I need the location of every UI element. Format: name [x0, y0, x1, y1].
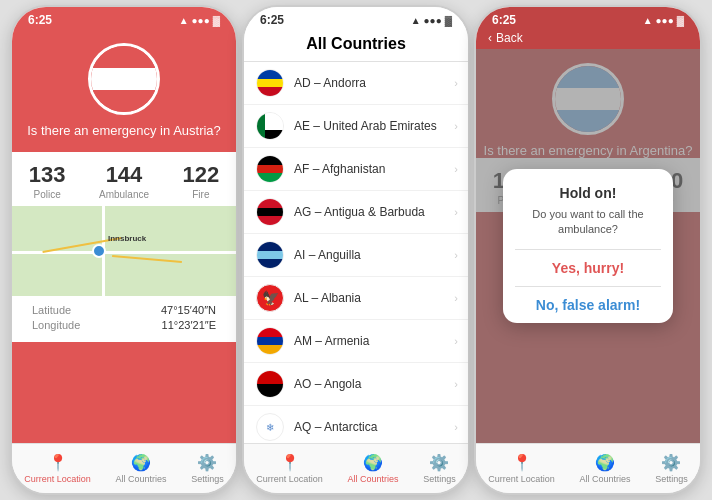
country-name: AO – Angola [294, 377, 361, 391]
wifi-icon-3: ▲ [643, 15, 653, 26]
chevron-icon: › [454, 292, 458, 304]
settings-icon-3: ⚙️ [661, 453, 681, 472]
tab-label: All Countries [579, 474, 630, 484]
flag-af [256, 155, 284, 183]
flag-stripe-mid [91, 68, 157, 90]
signal-icon-2: ●●● [424, 15, 442, 26]
list-item[interactable]: AI – Anguilla › [244, 234, 468, 277]
globe-icon: 🌍 [131, 453, 151, 472]
status-icons-3: ▲ ●●● ▓ [643, 15, 684, 26]
back-label: Back [496, 31, 523, 45]
tab-label-settings: Settings [191, 474, 224, 484]
chevron-icon: › [454, 421, 458, 433]
flag-stripe-bot [91, 90, 157, 112]
country-name: AL – Albania [294, 291, 361, 305]
signal-icon-3: ●●● [656, 15, 674, 26]
country-name: AE – United Arab Emirates [294, 119, 437, 133]
dialog-message: Do you want to call the ambulance? [515, 207, 661, 238]
tab-settings-1[interactable]: ⚙️ Settings [191, 453, 224, 484]
phone-argentina: 6:25 ▲ ●●● ▓ ‹ Back Is there an emergenc… [474, 5, 702, 495]
tab-all-countries-3[interactable]: 🌍 All Countries [579, 453, 630, 484]
map-road-diag2 [112, 255, 182, 263]
tab-label-countries: All Countries [115, 474, 166, 484]
phone1-body: Is there an emergency in Austria? 133 Po… [12, 29, 236, 443]
tab-label-current: Current Location [24, 474, 91, 484]
settings-icon: ⚙️ [197, 453, 217, 472]
tab-label: Current Location [488, 474, 555, 484]
tab-settings-3[interactable]: ⚙️ Settings [655, 453, 688, 484]
coords-section: Latitude 47°15′40″N Longitude 11°23′21″E [12, 296, 236, 342]
time-2: 6:25 [260, 13, 284, 27]
location-icon-3: 📍 [512, 453, 532, 472]
fire-value: 122 [183, 162, 220, 188]
back-bar[interactable]: ‹ Back [476, 29, 700, 49]
status-bar-2: 6:25 ▲ ●●● ▓ [244, 7, 468, 29]
latitude-value: 47°15′40″N [161, 304, 216, 316]
tab-all-countries-2[interactable]: 🌍 All Countries [347, 453, 398, 484]
wifi-icon: ▲ [179, 15, 189, 26]
flag-stripe-top [91, 46, 157, 68]
longitude-value: 11°23′21″E [162, 319, 216, 331]
tab-current-location-1[interactable]: 📍 Current Location [24, 453, 91, 484]
dialog-no-button[interactable]: No, false alarm! [515, 287, 661, 323]
ambulance-number[interactable]: 144 Ambulance [99, 162, 149, 200]
dialog-title: Hold on! [515, 185, 661, 201]
police-number[interactable]: 133 Police [29, 162, 66, 200]
tab-bar-2: 📍 Current Location 🌍 All Countries ⚙️ Se… [244, 443, 468, 493]
list-item[interactable]: AO – Angola › [244, 363, 468, 406]
list-item[interactable]: ❄ AQ – Antarctica › [244, 406, 468, 443]
latitude-row: Latitude 47°15′40″N [32, 304, 216, 316]
country-name: AD – Andorra [294, 76, 366, 90]
list-item[interactable]: 🦅 AL – Albania › [244, 277, 468, 320]
tab-label: Settings [423, 474, 456, 484]
flag-al: 🦅 [256, 284, 284, 312]
chevron-icon: › [454, 163, 458, 175]
battery-icon: ▓ [213, 15, 220, 26]
tab-label: Current Location [256, 474, 323, 484]
location-icon-2: 📍 [280, 453, 300, 472]
fire-number[interactable]: 122 Fire [183, 162, 220, 200]
country-name: AF – Afghanistan [294, 162, 385, 176]
map-location-dot [92, 244, 106, 258]
phone-austria: 6:25 ▲ ●●● ▓ Is there an emergency in Au… [10, 5, 238, 495]
tab-bar-3: 📍 Current Location 🌍 All Countries ⚙️ Se… [476, 443, 700, 493]
list-item[interactable]: AE – United Arab Emirates › [244, 105, 468, 148]
battery-icon-3: ▓ [677, 15, 684, 26]
flag-am [256, 327, 284, 355]
chevron-icon: › [454, 206, 458, 218]
status-icons-2: ▲ ●●● ▓ [411, 15, 452, 26]
dialog-yes-button[interactable]: Yes, hurry! [515, 250, 661, 286]
country-name: AG – Antigua & Barbuda [294, 205, 425, 219]
signal-icon: ●●● [192, 15, 210, 26]
dialog-box: Hold on! Do you want to call the ambulan… [503, 169, 673, 324]
globe-icon-2: 🌍 [363, 453, 383, 472]
chevron-icon: › [454, 378, 458, 390]
longitude-row: Longitude 11°23′21″E [32, 319, 216, 331]
list-item[interactable]: AF – Afghanistan › [244, 148, 468, 191]
tab-label: All Countries [347, 474, 398, 484]
country-name: AM – Armenia [294, 334, 369, 348]
list-item[interactable]: AG – Antigua & Barbuda › [244, 191, 468, 234]
flag-aq: ❄ [256, 413, 284, 441]
list-item[interactable]: AM – Armenia › [244, 320, 468, 363]
police-value: 133 [29, 162, 66, 188]
austria-flag [88, 43, 160, 115]
location-icon: 📍 [48, 453, 68, 472]
globe-icon-3: 🌍 [595, 453, 615, 472]
dialog-overlay: Hold on! Do you want to call the ambulan… [476, 49, 700, 443]
tab-current-location-2[interactable]: 📍 Current Location [256, 453, 323, 484]
status-bar-1: 6:25 ▲ ●●● ▓ [12, 7, 236, 29]
tab-settings-2[interactable]: ⚙️ Settings [423, 453, 456, 484]
latitude-label: Latitude [32, 304, 71, 316]
fire-label: Fire [183, 189, 220, 200]
tab-current-location-3[interactable]: 📍 Current Location [488, 453, 555, 484]
phone3-body: Is there an emergency in Argentina? 101 … [476, 49, 700, 443]
numbers-row-1: 133 Police 144 Ambulance 122 Fire [12, 152, 236, 206]
time-1: 6:25 [28, 13, 52, 27]
tab-all-countries-1[interactable]: 🌍 All Countries [115, 453, 166, 484]
settings-icon-2: ⚙️ [429, 453, 449, 472]
list-item[interactable]: AD – Andorra › [244, 62, 468, 105]
longitude-label: Longitude [32, 319, 80, 331]
country-name: AI – Anguilla [294, 248, 361, 262]
map: Innsbruck [12, 206, 236, 296]
